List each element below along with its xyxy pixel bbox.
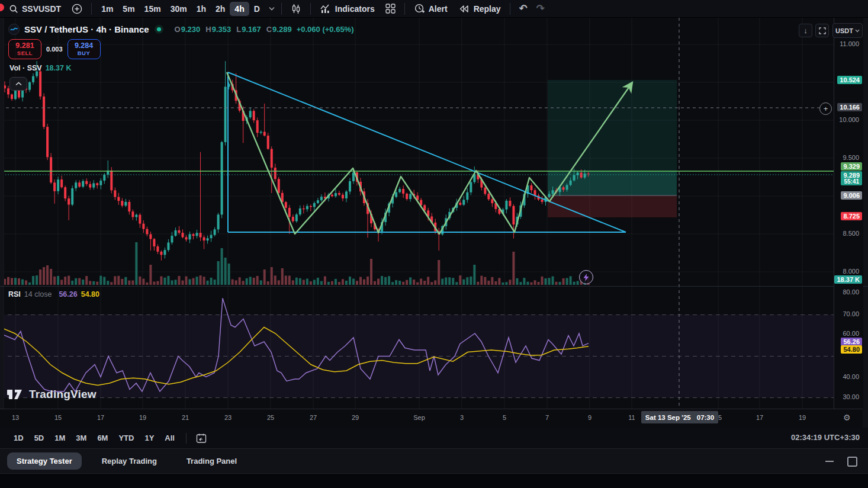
ohlc-item: H9.353 bbox=[205, 25, 231, 34]
chart-canvas[interactable] bbox=[0, 18, 834, 409]
maximize-pane-button[interactable] bbox=[815, 24, 829, 37]
undo-button[interactable]: ↶ bbox=[515, 2, 532, 16]
time-tick-19: 19 bbox=[799, 414, 806, 421]
instant-trade-lightning-icon[interactable] bbox=[579, 270, 593, 284]
range-All[interactable]: All bbox=[159, 431, 180, 445]
price-label-8.000: 8.000 bbox=[834, 268, 863, 275]
top-toolbar: SSVUSDT 1m5m15m30m1h2h4hD Indicators Ale… bbox=[0, 0, 868, 18]
currency-selector[interactable]: USDT bbox=[832, 23, 863, 38]
interval-button-1h[interactable]: 1h bbox=[192, 2, 211, 16]
range-1D[interactable]: 1D bbox=[8, 431, 29, 445]
server-clock[interactable]: 02:34:19 UTC+3:30 bbox=[791, 433, 860, 442]
toolbar-divider bbox=[91, 3, 92, 15]
compare-add-button[interactable] bbox=[67, 2, 86, 16]
ohlc-item: L9.167 bbox=[236, 25, 261, 34]
interval-button-4h[interactable]: 4h bbox=[230, 2, 249, 16]
chart-style-button[interactable] bbox=[287, 2, 306, 16]
alert-clock-icon bbox=[414, 3, 425, 14]
panel-maximize-button[interactable] bbox=[847, 457, 857, 467]
go-to-date-button[interactable] bbox=[192, 432, 210, 445]
volume-layer bbox=[4, 242, 590, 285]
rsi-value: 56.26 bbox=[59, 290, 77, 298]
crosshair-clock: 07:30 bbox=[697, 414, 714, 421]
tab-strategy-tester[interactable]: Strategy Tester bbox=[7, 452, 82, 470]
time-axis[interactable]: Sat 13 Sep '25 07:30 ⚙ 13151719212325272… bbox=[0, 409, 863, 428]
time-tick-29: 29 bbox=[352, 414, 359, 421]
plus-circle-icon bbox=[72, 4, 82, 14]
interval-button-30m[interactable]: 30m bbox=[166, 2, 192, 16]
indicators-button[interactable]: Indicators bbox=[316, 2, 379, 16]
crosshair-date: Sat 13 Sep '25 bbox=[645, 414, 691, 421]
range-5D[interactable]: 5D bbox=[29, 431, 50, 445]
time-tick-13: 13 bbox=[12, 414, 19, 421]
market-status-dot bbox=[154, 24, 164, 34]
interval-button-2h[interactable]: 2h bbox=[211, 2, 230, 16]
price-label-80.00: 80.00 bbox=[834, 288, 863, 296]
ssv-logo-icon bbox=[8, 24, 20, 35]
interval-dropdown[interactable] bbox=[267, 2, 277, 16]
interval-group: 1m5m15m30m1h2h4hD bbox=[97, 2, 265, 16]
indicators-icon bbox=[320, 4, 332, 14]
strategy-tabs: Strategy TesterReplay TradingTrading Pan… bbox=[7, 452, 246, 470]
price-label-9.500: 9.500 bbox=[834, 154, 863, 161]
long-position-profit-box bbox=[548, 80, 677, 171]
tab-replay-trading[interactable]: Replay Trading bbox=[92, 452, 166, 470]
time-tick-5: 5 bbox=[503, 414, 506, 421]
tradingview-app: { "topbar": { "symbol": "SSVUSDT", "inte… bbox=[0, 0, 868, 488]
alert-label: Alert bbox=[429, 4, 448, 14]
price-label-10.166: 10.166 bbox=[837, 103, 862, 111]
pane-divider[interactable] bbox=[0, 286, 868, 287]
bottom-panel-tabs: Strategy TesterReplay TradingTrading Pan… bbox=[0, 449, 868, 474]
range-1Y[interactable]: 1Y bbox=[139, 431, 159, 445]
range-6M[interactable]: 6M bbox=[92, 431, 113, 445]
replay-icon bbox=[458, 4, 470, 14]
redo-button[interactable]: ↷ bbox=[534, 2, 547, 16]
time-tick-25: 25 bbox=[267, 414, 274, 421]
alert-button[interactable]: Alert bbox=[410, 2, 452, 16]
interval-button-15m[interactable]: 15m bbox=[140, 2, 166, 16]
collapse-legend-button[interactable] bbox=[9, 77, 27, 91]
range-YTD[interactable]: YTD bbox=[113, 431, 139, 445]
tradingview-watermark[interactable]: TradingView bbox=[7, 388, 97, 401]
interval-button-1m[interactable]: 1m bbox=[97, 2, 118, 16]
ohlc-values: O9.230H9.353L9.167C9.289 bbox=[175, 25, 292, 34]
toolbar-divider bbox=[404, 3, 405, 15]
time-tick-27: 27 bbox=[310, 414, 317, 421]
buy-button[interactable]: 9.284 BUY bbox=[67, 39, 101, 59]
price-label-40.00: 40.00 bbox=[834, 373, 863, 380]
rsi-params: 14 close bbox=[24, 290, 52, 298]
timezone-settings-gear-icon[interactable]: ⚙ bbox=[843, 413, 851, 422]
scroll-to-price-button[interactable]: ↓ bbox=[799, 24, 812, 37]
rsi-legend[interactable]: RSI 14 close 56.26 54.80 bbox=[8, 290, 99, 298]
ohlc-item: O9.230 bbox=[175, 25, 201, 34]
price-label-70.00: 70.00 bbox=[834, 310, 863, 317]
volume-legend: Vol · SSV 18.37 K bbox=[9, 64, 71, 72]
toolbar-divider bbox=[281, 3, 282, 15]
templates-button[interactable] bbox=[381, 2, 400, 16]
panel-minimize-button[interactable] bbox=[825, 461, 834, 462]
left-toolbar-strip bbox=[0, 18, 4, 409]
interval-button-D[interactable]: D bbox=[249, 2, 265, 16]
price-label-9.006: 9.006 bbox=[841, 191, 862, 200]
sell-label: SELL bbox=[17, 50, 33, 56]
time-tick-3: 3 bbox=[460, 414, 464, 421]
interval-button-5m[interactable]: 5m bbox=[118, 2, 139, 16]
add-alert-plus-icon[interactable]: + bbox=[819, 102, 832, 115]
symbol-search[interactable]: SSVUSDT bbox=[5, 2, 65, 16]
price-change: +0.060 (+0.65%) bbox=[297, 25, 354, 34]
range-3M[interactable]: 3M bbox=[70, 431, 92, 445]
tab-trading-panel[interactable]: Trading Panel bbox=[177, 452, 246, 470]
crosshair-date-badge: Sat 13 Sep '25 07:30 bbox=[641, 411, 718, 423]
search-icon bbox=[9, 4, 18, 14]
chevron-down-icon bbox=[855, 29, 860, 33]
replay-button[interactable]: Replay bbox=[454, 2, 505, 16]
range-1M[interactable]: 1M bbox=[49, 431, 70, 445]
sell-button[interactable]: 9.281 SELL bbox=[8, 39, 41, 59]
symbol-header: SSV / TetherUS · 4h · Binance O9.230H9.3… bbox=[8, 24, 354, 35]
price-label-60.00: 60.00 bbox=[834, 330, 863, 337]
price-label-30.00: 30.00 bbox=[834, 393, 863, 400]
price-axis[interactable]: 11.00010.52410.16610.0009.5009.3299.2895… bbox=[834, 18, 863, 409]
time-tick-17: 17 bbox=[97, 414, 104, 421]
symbol-title[interactable]: SSV / TetherUS · 4h · Binance bbox=[24, 24, 149, 34]
bottom-strip bbox=[0, 474, 868, 488]
